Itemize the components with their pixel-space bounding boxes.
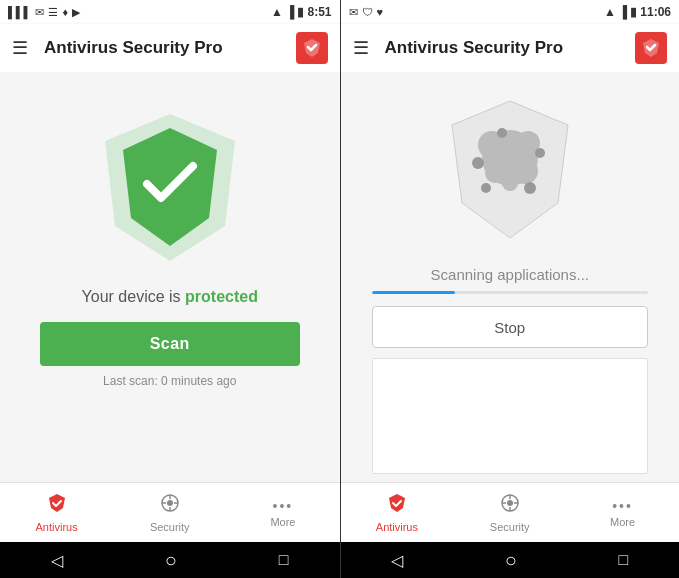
nav-antivirus-label-2: Antivirus (376, 521, 418, 533)
wifi-icon-2: ▲ (604, 5, 616, 19)
security-nav-icon-2 (499, 492, 521, 519)
nav-more-1[interactable]: ••• More (226, 483, 339, 542)
svg-point-12 (472, 157, 484, 169)
envelope-icon-2: ✉ (349, 6, 358, 19)
nav-antivirus-2[interactable]: Antivirus (341, 483, 454, 542)
scanning-shield-container (430, 90, 590, 250)
nav-security-label-2: Security (490, 521, 530, 533)
gem-icon: ♦ (62, 6, 68, 18)
progress-bar-container (372, 291, 648, 294)
app-title-2: Antivirus Security Pro (385, 38, 620, 58)
security-nav-icon-1 (159, 492, 181, 519)
scanning-status-text: Scanning applications... (431, 266, 589, 283)
recent-button-2[interactable]: □ (619, 551, 629, 569)
app-title-1: Antivirus Security Pro (44, 38, 280, 58)
nav-antivirus-1[interactable]: Antivirus (0, 483, 113, 542)
recent-button-1[interactable]: □ (279, 551, 289, 569)
home-button-2[interactable]: ○ (505, 549, 517, 572)
nav-security-2[interactable]: Security (453, 483, 566, 542)
status-right: ▲ ▐ ▮ 8:51 (271, 5, 331, 19)
status-right-2: ▲ ▐ ▮ 11:06 (604, 5, 671, 19)
phone-2: ✉ 🛡 ♥ ▲ ▐ ▮ 11:06 ☰ Antivirus Security P… (340, 0, 680, 578)
wifi-icon: ▲ (271, 5, 283, 19)
svg-point-9 (485, 163, 505, 183)
avast-logo-1 (296, 32, 328, 64)
scan-results-area (372, 358, 648, 474)
svg-point-1 (167, 500, 173, 506)
scanning-shield-svg (440, 93, 580, 248)
hamburger-menu-2[interactable]: ☰ (353, 37, 369, 59)
play-icon: ▶ (72, 6, 80, 19)
scan-button[interactable]: Scan (40, 322, 300, 366)
progress-bar-fill (372, 291, 455, 294)
svg-point-13 (535, 148, 545, 158)
more-nav-icon-1: ••• (273, 498, 294, 514)
svg-point-15 (524, 182, 536, 194)
app-bar-1: ☰ Antivirus Security Pro (0, 24, 340, 72)
menu-status-icon: ☰ (48, 6, 58, 19)
phone-1: ▌▌▌ ✉ ☰ ♦ ▶ ▲ ▐ ▮ 8:51 ☰ Antivirus Secur… (0, 0, 340, 578)
time-display: 8:51 (307, 5, 331, 19)
nav-security-1[interactable]: Security (113, 483, 226, 542)
battery-icon-2: ▮ (630, 5, 637, 19)
svg-point-14 (497, 128, 507, 138)
app-bar-2: ☰ Antivirus Security Pro (341, 24, 680, 72)
system-nav-bar-2: ◁ ○ □ (341, 542, 680, 578)
antivirus-nav-icon-1 (46, 492, 68, 519)
svg-point-18 (507, 500, 513, 506)
shield-status-icon-2: 🛡 (362, 6, 373, 18)
main-content-2: Scanning applications... Stop (341, 72, 680, 482)
home-button-1[interactable]: ○ (165, 549, 177, 572)
heart-icon-2: ♥ (377, 6, 384, 18)
avast-logo-2 (635, 32, 667, 64)
nav-more-2[interactable]: ••• More (566, 483, 679, 542)
nav-more-label-2: More (610, 516, 635, 528)
nav-security-label-1: Security (150, 521, 190, 533)
svg-point-11 (502, 175, 518, 191)
nav-more-label-1: More (270, 516, 295, 528)
device-status-text: Your device is protected (82, 288, 258, 306)
time-display-2: 11:06 (640, 5, 671, 19)
status-left-icons: ▌▌▌ ✉ ☰ ♦ ▶ (8, 6, 80, 19)
signal-bar-icon: ▐ (286, 5, 295, 19)
battery-icon: ▮ (297, 5, 304, 19)
shield-svg-1 (95, 106, 245, 271)
main-content-1: Your device is protected Scan Last scan:… (0, 72, 340, 482)
back-button-1[interactable]: ◁ (51, 551, 63, 570)
status-bar-2: ✉ 🛡 ♥ ▲ ▐ ▮ 11:06 (341, 0, 680, 24)
shield-container-1 (90, 108, 250, 268)
antivirus-nav-icon-2 (386, 492, 408, 519)
system-nav-bar-1: ◁ ○ □ (0, 542, 340, 578)
status-left-2: ✉ 🛡 ♥ (349, 6, 384, 19)
signal-icon-2: ▐ (619, 5, 628, 19)
svg-point-16 (481, 183, 491, 193)
bottom-nav-1: Antivirus Security ••• More (0, 482, 340, 542)
more-nav-icon-2: ••• (612, 498, 633, 514)
hamburger-menu-1[interactable]: ☰ (12, 37, 28, 59)
nav-antivirus-label-1: Antivirus (35, 521, 77, 533)
stop-button[interactable]: Stop (372, 306, 648, 348)
status-bar-1: ▌▌▌ ✉ ☰ ♦ ▶ ▲ ▐ ▮ 8:51 (0, 0, 340, 24)
bottom-nav-2: Antivirus Security ••• More (341, 482, 680, 542)
signal-icon: ▌▌▌ (8, 6, 31, 18)
mail-icon: ✉ (35, 6, 44, 19)
back-button-2[interactable]: ◁ (391, 551, 403, 570)
last-scan-text: Last scan: 0 minutes ago (103, 374, 236, 388)
